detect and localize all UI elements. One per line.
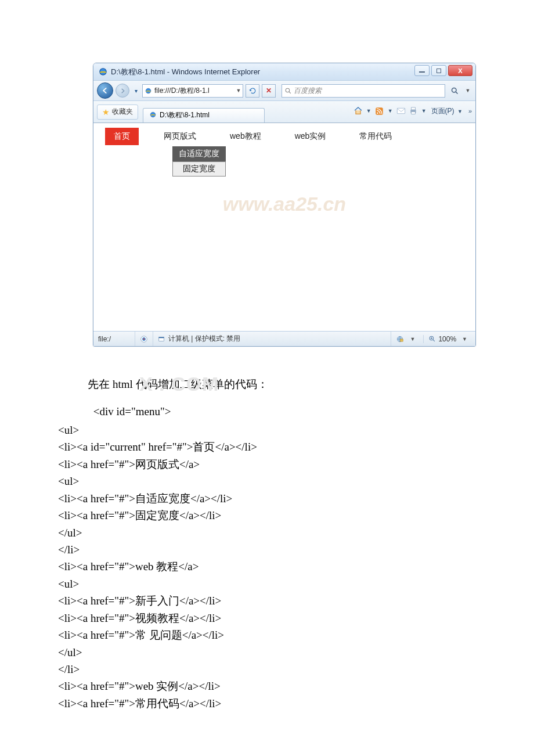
nav-item-layout[interactable]: 网页版式 [155, 128, 221, 145]
star-icon: ★ [102, 107, 110, 117]
nav-submenu: 自适应宽度 固定宽度 [172, 146, 226, 177]
favorites-button[interactable]: ★ 收藏夹 [97, 105, 138, 120]
code-line: <li><a id="current" href="#">首页</a></li> [58, 438, 534, 455]
article-intro: 先在 html 代码增加二级菜单的代码： [58, 376, 534, 393]
code-line: </ul> [58, 524, 534, 541]
svg-point-13 [143, 338, 145, 339]
home-icon[interactable] [353, 106, 363, 116]
page-menu-button[interactable]: 页面(P) ▼ [430, 106, 466, 116]
chevron-down-icon[interactable]: ▼ [420, 108, 428, 114]
maximize-button[interactable] [431, 65, 446, 76]
address-dropdown-icon[interactable]: ▼ [234, 88, 243, 93]
ie-icon [98, 67, 107, 77]
more-commands-button[interactable]: » [468, 107, 472, 114]
status-url: file:/ [93, 332, 135, 346]
ie-browser-window: D:\教程\8-1.html - Windows Internet Explor… [93, 63, 476, 347]
svg-rect-15 [159, 337, 164, 338]
navigation-toolbar: ▾ file:///D:/教程/8-1.l ▼ ✕ 百度搜索 [93, 81, 475, 101]
window-titlebar: D:\教程\8-1.html - Windows Internet Explor… [93, 63, 475, 81]
page-viewport: 首页 网页版式 web教程 web实例 常用代码 自适应宽度 固定宽度 www.… [93, 123, 475, 331]
minimize-button[interactable] [414, 65, 430, 76]
browser-tab[interactable]: D:\教程\8-1.html [143, 108, 265, 123]
zoom-level[interactable]: 100% ▼ [424, 335, 475, 343]
favorites-bar: ★ 收藏夹 D:\教程\8-1.html ▼ ▼ [93, 101, 475, 123]
nav-item-tutorial[interactable]: web教程 [221, 128, 286, 145]
nav-history-dropdown[interactable]: ▾ [132, 88, 140, 94]
status-addon-icon[interactable] [135, 332, 153, 346]
nav-menu: 首页 网页版式 web教程 web实例 常用代码 [105, 128, 464, 145]
nav-item-code[interactable]: 常用代码 [351, 128, 417, 145]
nav-item-example[interactable]: web实例 [286, 128, 351, 145]
code-block: <ul><li><a id="current" href="#">首页</a><… [58, 422, 534, 712]
code-line: <div id="menu"> [58, 403, 534, 420]
window-title: D:\教程\8-1.html - Windows Internet Explor… [111, 67, 260, 77]
article-body: X . COM 先在 html 代码增加二级菜单的代码： <div id="me… [0, 358, 534, 747]
watermark-text: www.aa25.cn [93, 193, 475, 215]
svg-point-6 [377, 112, 378, 114]
close-button[interactable]: X [448, 65, 472, 76]
chevron-down-icon[interactable]: ▼ [365, 108, 373, 114]
svg-rect-17 [400, 339, 403, 341]
code-line: <li><a href="#">视频教程</a></li> [58, 610, 534, 627]
submenu-item-fixed[interactable]: 固定宽度 [172, 161, 226, 177]
chevron-down-icon[interactable]: ▼ [406, 336, 418, 342]
svg-rect-9 [411, 107, 415, 110]
code-line: <li><a href="#">web 教程</a> [58, 558, 534, 575]
status-zone: 计算机 | 保护模式: 禁用 [153, 332, 391, 346]
address-bar[interactable]: file:///D:/教程/8-1.l ▼ [142, 84, 243, 98]
code-line: <li><a href="#">自适应宽度</a></li> [58, 490, 534, 507]
code-line: <li><a href="#">网页版式</a> [58, 456, 534, 473]
tab-page-icon [149, 111, 157, 120]
chevron-down-icon[interactable]: ▼ [459, 336, 471, 342]
code-line: <ul> [58, 473, 534, 489]
tab-label: D:\教程\8-1.html [160, 110, 210, 120]
svg-point-3 [452, 88, 456, 92]
code-line: <li><a href="#">web 实例</a></li> [58, 678, 534, 694]
svg-rect-10 [411, 111, 415, 114]
status-bar: file:/ 计算机 | 保护模式: 禁用 ▼ 100% ▼ [93, 331, 475, 346]
svg-point-2 [286, 88, 290, 92]
refresh-button[interactable] [246, 84, 259, 98]
code-line: </li> [58, 541, 534, 558]
command-bar: ▼ ▼ ▼ 页面(P) ▼ » [353, 106, 472, 116]
back-button[interactable] [97, 82, 113, 99]
code-line: <ul> [58, 422, 534, 438]
stop-button[interactable]: ✕ [262, 84, 276, 98]
code-line: <ul> [58, 575, 534, 592]
code-line: <li><a href="#">常用代码</a></li> [58, 695, 534, 712]
search-placeholder: 百度搜索 [294, 86, 322, 96]
svg-rect-7 [397, 108, 405, 113]
code-line: </li> [58, 661, 534, 678]
page-icon [143, 87, 153, 95]
forward-button[interactable] [116, 84, 129, 98]
search-provider-icon [282, 87, 294, 95]
code-line: </ul> [58, 644, 534, 661]
chevron-down-icon[interactable]: ▼ [387, 108, 394, 114]
feeds-icon[interactable] [374, 106, 385, 116]
watermark-text-2: X . COM [139, 369, 219, 399]
read-mail-icon[interactable] [396, 106, 406, 116]
print-icon[interactable] [408, 106, 418, 116]
nav-item-home[interactable]: 首页 [105, 128, 155, 145]
code-line: <li><a href="#">常 见问题</a></li> [58, 627, 534, 643]
address-text: file:///D:/教程/8-1.l [153, 86, 234, 96]
code-line: <li><a href="#">新手入门</a></li> [58, 592, 534, 609]
search-dropdown-icon[interactable]: ▼ [464, 88, 472, 93]
status-security-icon[interactable]: ▼ [391, 335, 424, 343]
search-go-button[interactable] [448, 84, 461, 98]
favorites-label: 收藏夹 [112, 107, 133, 117]
code-line: <li><a href="#">固定宽度</a></li> [58, 507, 534, 524]
submenu-item-adaptive[interactable]: 自适应宽度 [172, 146, 226, 161]
search-box[interactable]: 百度搜索 [282, 84, 445, 98]
